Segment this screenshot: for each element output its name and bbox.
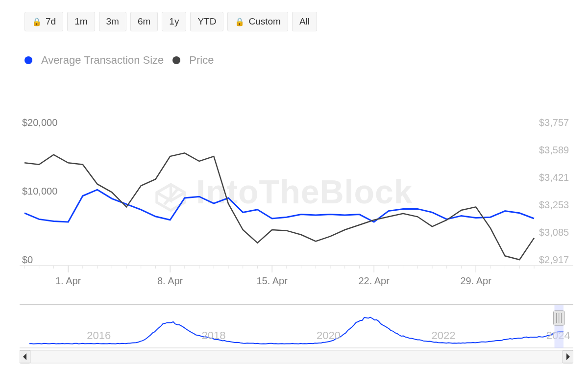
- x-tick-label: 22. Apr: [358, 275, 390, 286]
- overview-scroll-track[interactable]: [30, 350, 563, 363]
- legend: Average Transaction SizePrice: [24, 54, 214, 67]
- y-axis-right: $2,917$3,085$3,253$3,421$3,589$3,757: [539, 117, 569, 265]
- x-axis-ticks: [24, 266, 534, 272]
- timeframe-3m-button[interactable]: 3m: [99, 12, 126, 31]
- overview-year-label: 2016: [87, 329, 111, 342]
- chart-main: IntoTheBlock $0$10,000$20,000 $2,917$3,0…: [20, 113, 573, 294]
- overview-year-label: 2022: [431, 329, 455, 342]
- x-tick-label: 29. Apr: [460, 275, 491, 286]
- y-right-tick-label: $3,757: [539, 117, 569, 128]
- timeframe-all-button[interactable]: All: [292, 12, 317, 31]
- y-right-tick-label: $3,589: [539, 145, 569, 155]
- timeframe-label: All: [299, 16, 310, 27]
- timeframe-label: YTD: [197, 16, 216, 27]
- watermark: IntoTheBlock: [157, 173, 413, 210]
- x-tick-label: 1. Apr: [55, 275, 81, 286]
- legend-marker: [172, 56, 180, 64]
- timeframe-label: 1m: [74, 16, 87, 27]
- legend-marker: [24, 56, 32, 64]
- y-left-tick-label: $0: [22, 254, 33, 265]
- timeframe-6m-button[interactable]: 6m: [130, 12, 158, 31]
- timeframe-label: Custom: [248, 16, 280, 27]
- timeframe-1m-button[interactable]: 1m: [67, 12, 95, 31]
- overview-year-label: 2018: [202, 329, 226, 342]
- overview-year-label: 2020: [317, 329, 341, 342]
- timeframe-custom-button[interactable]: 🔒Custom: [227, 12, 288, 31]
- timeframe-7d-button[interactable]: 🔒7d: [24, 12, 63, 31]
- y-right-tick-label: $3,421: [539, 172, 569, 183]
- y-right-tick-label: $3,085: [539, 227, 569, 238]
- x-tick-label: 15. Apr: [256, 275, 288, 286]
- y-right-tick-label: $3,253: [539, 199, 569, 210]
- lock-icon: 🔒: [235, 17, 245, 26]
- y-left-tick-label: $20,000: [22, 117, 57, 128]
- legend-label[interactable]: Price: [189, 54, 214, 67]
- y-axis-left: $0$10,000$20,000: [22, 117, 57, 265]
- y-left-tick-label: $10,000: [22, 186, 57, 196]
- y-right-tick-label: $2,917: [539, 254, 569, 265]
- timeframe-ytd-button[interactable]: YTD: [190, 12, 223, 31]
- x-axis-labels: 1. Apr8. Apr15. Apr22. Apr29. Apr: [55, 275, 491, 286]
- legend-label[interactable]: Average Transaction Size: [41, 54, 164, 67]
- lock-icon: 🔒: [32, 17, 42, 26]
- timeframe-label: 1y: [169, 16, 179, 27]
- overview-year-labels: 20162018202020222024: [87, 329, 570, 342]
- overview-navigator[interactable]: 20162018202020222024: [20, 304, 573, 368]
- timeframe-label: 6m: [138, 16, 150, 27]
- timeframe-toolbar: 🔒7d1m3m6m1yYTD🔒CustomAll: [24, 12, 317, 31]
- timeframe-1y-button[interactable]: 1y: [162, 12, 186, 31]
- x-tick-label: 8. Apr: [157, 275, 183, 286]
- overview-selection[interactable]: [554, 305, 564, 348]
- timeframe-label: 3m: [106, 16, 119, 27]
- timeframe-label: 7d: [46, 16, 56, 27]
